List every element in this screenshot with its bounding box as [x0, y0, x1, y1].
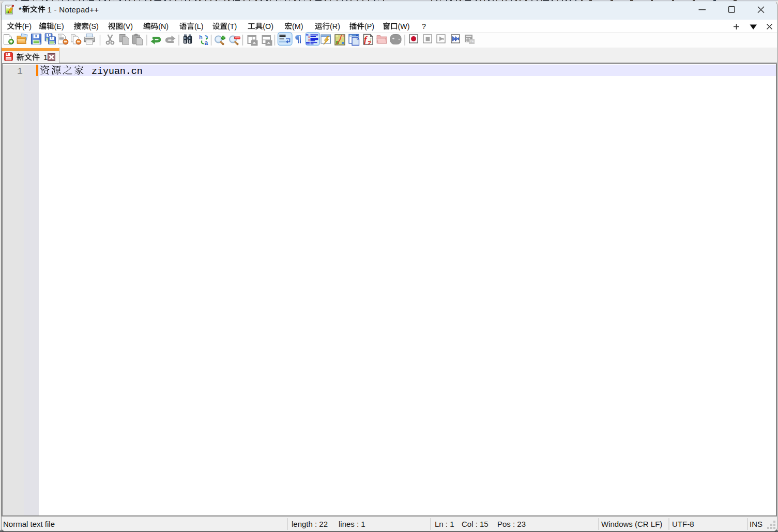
svg-text:(O): (O) [263, 22, 273, 31]
svg-text:Normal text file: Normal text file [3, 520, 55, 528]
svg-text:(W): (W) [398, 22, 410, 31]
svg-text:UTF-8: UTF-8 [672, 520, 694, 528]
svg-text:length : 22: length : 22 [292, 520, 328, 528]
svg-text:Col : 15: Col : 15 [462, 520, 489, 528]
svg-text:1: 1 [17, 66, 23, 77]
svg-text:Ln : 1: Ln : 1 [435, 520, 454, 528]
svg-text:lines : 1: lines : 1 [339, 520, 365, 528]
svg-text:(P): (P) [364, 22, 374, 31]
svg-text:(T): (T) [227, 22, 237, 31]
svg-text:ziyuan.cn: ziyuan.cn [91, 66, 143, 77]
svg-text:Pos : 23: Pos : 23 [497, 520, 526, 528]
svg-text:?: ? [422, 22, 426, 31]
svg-text:uc: uc [470, 40, 472, 43]
svg-text:Windows (CR LF): Windows (CR LF) [601, 520, 662, 528]
svg-text:INS: INS [750, 520, 762, 528]
svg-text:(R): (R) [330, 22, 340, 31]
svg-text:(M): (M) [292, 22, 303, 31]
